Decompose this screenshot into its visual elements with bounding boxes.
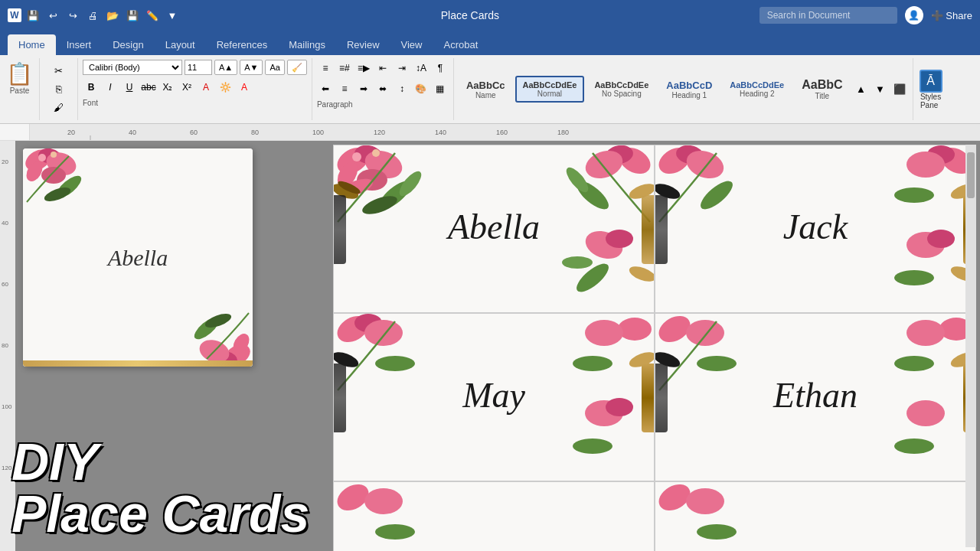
paragraph-group-label: Paragraph [317,100,449,109]
superscript-btn[interactable]: X² [178,79,195,96]
search-input[interactable] [760,7,897,24]
share-button[interactable]: ➕ Styles PaneShare [931,10,972,21]
tab-references[interactable]: References [206,34,278,55]
scroll-thumb[interactable] [967,152,975,198]
increase-indent-btn[interactable]: ⇥ [394,60,410,77]
numbered-btn[interactable]: ≡# [336,60,353,77]
style-title-preview: AaBbC [802,78,842,92]
style-name-preview: AaBbCc [466,80,505,91]
font-color2-btn[interactable]: A [236,79,253,96]
card2-floral-tr [876,145,975,230]
decrease-indent-btn[interactable]: ⇤ [374,60,391,77]
svg-point-83 [573,439,612,454]
font-color-btn[interactable]: A [198,79,214,96]
redo-btn[interactable]: ↪ [64,7,81,24]
svg-point-65 [906,152,945,178]
sort-btn[interactable]: ↕A [413,60,430,77]
align-right-btn[interactable]: ➡ [355,80,372,97]
document-area: ⊕ [329,141,980,551]
open-btn[interactable]: 📂 [104,7,121,24]
bullets-btn[interactable]: ≡ [317,60,334,77]
floral-tl [23,148,100,210]
card6-floral-tl [655,482,755,551]
tab-insert[interactable]: Insert [56,34,103,55]
right-scrollbar[interactable] [965,145,976,547]
style-heading2[interactable]: AaBbCcDdEe Heading 2 [722,76,792,103]
tab-acrobat[interactable]: Acrobat [433,34,488,55]
styles-scroll-down[interactable]: ▼ [872,81,889,98]
style-normal[interactable]: AaBbCcDdEe Normal [515,76,585,103]
card-abella[interactable]: Abella [333,145,655,313]
style-no-spacing[interactable]: AaBbCcDdEe No Spacing [586,76,656,103]
font-size-input[interactable] [185,60,212,75]
card-ethan[interactable]: Ethan [655,313,976,481]
line-spacing-btn[interactable]: ↕ [394,80,410,97]
diy-overlay: DIY Place Cards [0,428,329,551]
justify-btn[interactable]: ⬌ [374,80,391,97]
paste-button[interactable]: 📋 [6,61,33,86]
style-name-label: Name [475,91,496,99]
ruler-marks: 20 40 60 80 100 120 140 160 180 [29,124,980,140]
copy-btn[interactable]: ⎘ [51,81,67,98]
tab-layout[interactable]: Layout [155,34,206,55]
svg-text:20: 20 [2,158,8,165]
format-painter-btn[interactable]: 🖌 [51,99,67,116]
styles-pane-button[interactable]: Ā StylesPane [913,58,949,120]
style-title-label: Title [815,92,830,100]
title-right: 👤 ➕ Styles PaneShare [760,6,972,24]
style-name[interactable]: AaBbCc Name [459,75,513,104]
shading-btn[interactable]: 🎨 [413,80,430,97]
svg-point-27 [51,152,57,158]
place-cards-text: Place Cards [11,487,318,540]
borders-btn[interactable]: ▦ [432,80,449,97]
card-may[interactable]: May [333,313,655,481]
edit-btn[interactable]: ✏️ [144,7,161,24]
strikethrough-btn[interactable]: abc [140,79,157,96]
underline-btn[interactable]: U [121,79,138,96]
card-6[interactable] [655,481,976,551]
svg-point-54 [606,230,633,248]
more-btn[interactable]: ▼ [164,7,181,24]
floral-br [176,305,253,367]
highlight-btn[interactable]: 🔆 [217,79,234,96]
styles-pane-label: StylesPane [920,93,941,109]
card3-floral-tr [554,314,654,398]
card1-feather-left [334,195,346,264]
align-center-btn[interactable]: ≡ [336,80,353,97]
align-left-btn[interactable]: ⬅ [317,80,334,97]
tab-design[interactable]: Design [102,34,154,55]
svg-point-89 [906,320,945,346]
style-title[interactable]: AaBbC Title [794,73,850,105]
save2-btn[interactable]: 💾 [124,7,141,24]
tab-mailings[interactable]: Mailings [278,34,336,55]
font-family-select[interactable]: Calibri (Body) Arial Times New Roman [83,60,182,75]
card-5[interactable] [333,481,655,551]
multilevel-btn[interactable]: ≡▶ [355,60,372,77]
tab-home[interactable]: Home [8,34,56,55]
title-bar: W 💾 ↩ ↪ 🖨 📂 💾 ✏️ ▼ Place Cards 👤 ➕ Style… [0,0,980,31]
clear-format-btn[interactable]: 🧹 [287,60,307,75]
undo-btn[interactable]: ↩ [44,7,61,24]
font-decrease-btn[interactable]: A▼ [240,60,263,75]
tab-view[interactable]: View [390,34,433,55]
italic-btn[interactable]: I [102,79,119,96]
show-marks-btn[interactable]: ¶ [432,60,449,77]
user-avatar[interactable]: 👤 [905,6,923,24]
tab-review[interactable]: Review [336,34,390,55]
app-title-area: Place Cards [441,9,499,21]
paste-group: 📋 Paste [0,58,40,120]
style-heading1[interactable]: AaBbCcD Heading 1 [658,75,720,104]
svg-text:160: 160 [496,129,508,136]
font-increase-btn[interactable]: A▲ [214,60,237,75]
styles-more[interactable]: ⬛ [891,81,908,98]
styles-scroll-up[interactable]: ▲ [853,81,870,98]
card4-floral-tl [655,314,755,398]
subscript-btn[interactable]: X₂ [159,79,176,96]
bold-btn[interactable]: B [83,79,100,96]
card-jack[interactable]: Jack [655,145,976,313]
save-quick-btn[interactable]: 💾 [24,7,41,24]
cut-btn[interactable]: ✂ [51,63,67,80]
card-fold [23,360,253,367]
print-btn[interactable]: 🖨 [84,7,101,24]
change-case-btn[interactable]: Aa [265,60,284,75]
